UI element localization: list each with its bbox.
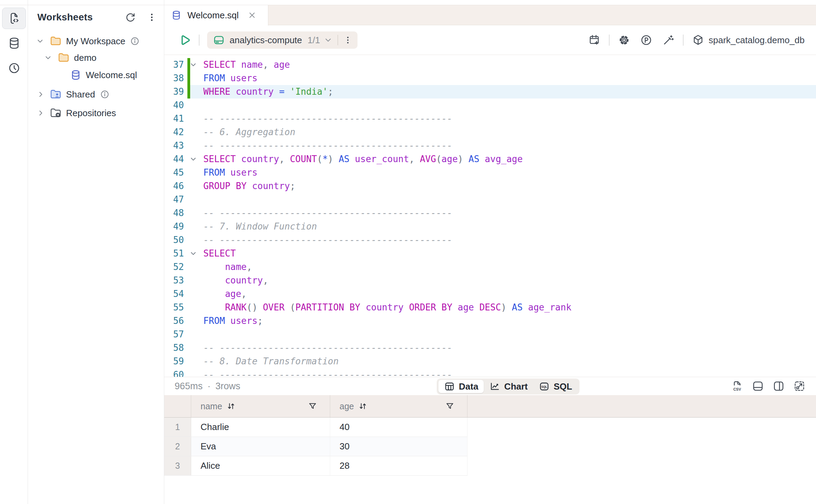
code-text: -- 6. Aggregation <box>203 125 295 139</box>
code-line[interactable]: 37SELECT name, age <box>164 58 816 72</box>
table-row[interactable]: 3 Alice 28 <box>164 456 467 476</box>
filter-funnel-icon[interactable] <box>308 401 317 411</box>
tab-sql[interactable]: SQL SQL <box>533 380 577 393</box>
rail-worksheets-button[interactable] <box>2 8 26 29</box>
code-line[interactable]: 56FROM users; <box>164 314 816 328</box>
line-number: 48 <box>164 206 184 220</box>
code-token <box>268 59 274 70</box>
code-token: -- 8. Date Transformation <box>203 356 339 366</box>
code-line[interactable]: 58-- -----------------------------------… <box>164 341 816 355</box>
magic-wand-icon[interactable] <box>662 34 675 46</box>
code-token <box>285 154 290 164</box>
compute-selector[interactable]: analytics-compute 1/1 <box>207 31 358 49</box>
schedule-calendar-icon[interactable] <box>588 34 601 46</box>
code-line[interactable]: 46GROUP BY country; <box>164 179 816 193</box>
code-token: ; <box>328 86 333 97</box>
chevron-down-icon[interactable] <box>36 37 45 45</box>
cell-name[interactable]: Charlie <box>191 418 330 437</box>
code-line[interactable]: 49-- 7. Window Function <box>164 220 816 233</box>
toolbar-divider <box>199 35 200 46</box>
code-line[interactable]: 53 country, <box>164 274 816 287</box>
sql-file-icon <box>171 10 182 21</box>
tree-item-label: demo <box>74 53 96 63</box>
code-text: GROUP BY country; <box>203 179 295 193</box>
tree-item-welcome-sql[interactable]: Welcome.sql <box>28 66 161 84</box>
tree-item-demo[interactable]: demo <box>28 50 161 66</box>
sort-icon[interactable] <box>358 402 367 411</box>
code-token <box>350 154 355 164</box>
tree-item-repositories[interactable]: Repositories <box>28 105 161 121</box>
split-vertical-icon[interactable] <box>772 380 785 392</box>
code-line[interactable]: 44SELECT country, COUNT(*) AS user_count… <box>164 152 816 166</box>
code-line[interactable]: 42-- 6. Aggregation <box>164 125 816 139</box>
line-number: 43 <box>164 139 184 152</box>
csv-download-icon[interactable]: CSV <box>731 380 743 392</box>
code-line[interactable]: 51SELECT <box>164 247 816 260</box>
code-line[interactable]: 41-- -----------------------------------… <box>164 112 816 125</box>
code-line[interactable]: 50-- -----------------------------------… <box>164 233 816 247</box>
rail-history-button[interactable] <box>2 57 26 79</box>
info-icon[interactable] <box>130 36 140 46</box>
code-line[interactable]: 57 <box>164 328 816 341</box>
code-line[interactable]: 40 <box>164 99 816 112</box>
code-token: users <box>230 73 257 83</box>
code-line[interactable]: 47 <box>164 193 816 206</box>
column-header-name[interactable]: name <box>191 395 330 417</box>
line-number: 57 <box>164 328 184 341</box>
run-button[interactable] <box>177 33 191 47</box>
expand-icon[interactable] <box>793 380 806 392</box>
chevron-down-icon[interactable] <box>44 54 53 62</box>
chevron-down-icon[interactable] <box>324 36 333 45</box>
code-line[interactable]: 60-- -----------------------------------… <box>164 368 816 377</box>
table-row[interactable]: 2 Eva 30 <box>164 437 467 456</box>
tab-chart[interactable]: Chart <box>484 380 533 393</box>
catalog-selector[interactable]: spark_catalog.demo_db <box>692 34 805 46</box>
fold-chevron-icon[interactable] <box>190 250 197 257</box>
tree-item-my-workspace[interactable]: My Workspace <box>28 33 161 49</box>
column-header-age[interactable]: age <box>330 395 467 417</box>
code-line[interactable]: 54 age, <box>164 287 816 301</box>
row-number-header <box>164 395 191 417</box>
cell-age[interactable]: 30 <box>330 437 467 456</box>
chevron-right-icon[interactable] <box>36 109 45 117</box>
code-line[interactable]: 38FROM users <box>164 72 816 85</box>
code-line[interactable]: 45FROM users <box>164 166 816 179</box>
cell-name[interactable]: Alice <box>191 456 330 475</box>
code-line[interactable]: 43-- -----------------------------------… <box>164 139 816 152</box>
table-row[interactable]: 1 Charlie 40 <box>164 418 467 437</box>
code-token: ( <box>290 302 296 312</box>
cell-age[interactable]: 28 <box>330 456 467 475</box>
settings-gear-icon[interactable] <box>618 34 630 46</box>
code-text: FROM users <box>203 166 258 179</box>
sort-icon[interactable] <box>226 402 235 411</box>
icon-rail <box>0 0 28 504</box>
rail-data-button[interactable] <box>2 32 26 54</box>
sql-editor[interactable]: 37SELECT name, age38FROM users39WHERE co… <box>164 55 816 377</box>
code-token <box>360 302 366 312</box>
code-line[interactable]: 52 name, <box>164 260 816 274</box>
code-token: FROM <box>203 316 225 326</box>
kebab-menu-icon[interactable] <box>147 12 157 22</box>
close-icon[interactable] <box>248 11 257 20</box>
tree-item-shared[interactable]: Shared <box>28 86 161 102</box>
code-token <box>258 302 263 312</box>
code-line[interactable]: 39WHERE country = 'India'; <box>164 85 816 99</box>
code-line[interactable]: 55 RANK() OVER (PARTITION BY country ORD… <box>164 301 816 314</box>
fold-chevron-icon[interactable] <box>190 61 197 68</box>
tab-welcome-sql[interactable]: Welcome.sql <box>164 5 268 26</box>
code-line[interactable]: 48-- -----------------------------------… <box>164 206 816 220</box>
split-horizontal-icon[interactable] <box>752 380 764 392</box>
info-icon[interactable] <box>100 90 110 99</box>
filter-funnel-icon[interactable] <box>445 401 455 411</box>
parameters-icon[interactable] <box>640 34 652 46</box>
cell-name[interactable]: Eva <box>191 437 330 456</box>
cell-age[interactable]: 40 <box>330 418 467 437</box>
code-token: age <box>274 59 290 70</box>
code-line[interactable]: 59-- 8. Date Transformation <box>164 355 816 368</box>
compute-kebab-icon[interactable] <box>343 35 353 45</box>
tab-data[interactable]: Data <box>438 380 484 393</box>
refresh-icon[interactable] <box>124 11 136 23</box>
fold-chevron-icon[interactable] <box>190 156 197 162</box>
chevron-right-icon[interactable] <box>36 90 45 99</box>
code-token <box>203 262 225 272</box>
